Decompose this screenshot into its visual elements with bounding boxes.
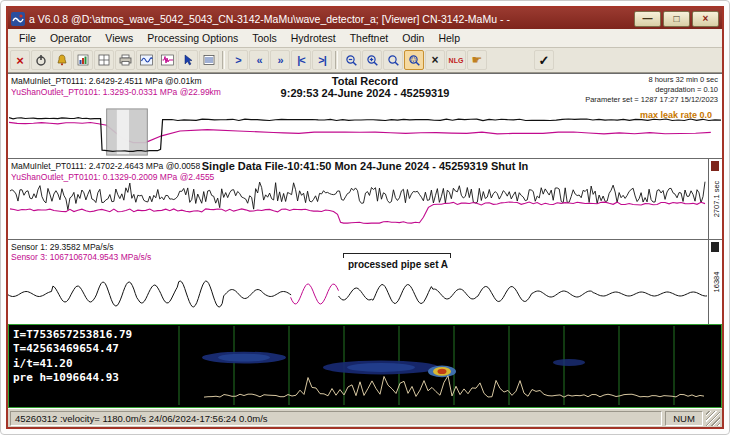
series-outlet-label: YuShanOutlet_PT0101: 0.1329-0.2009 MPa @… [11,172,214,182]
time-scale-label: 2707.1 sec [711,181,720,218]
toolbar: × [8,48,722,73]
bar-chart-icon [77,54,89,66]
pointer-tool-button[interactable] [178,50,198,70]
toolbar-separator [335,51,338,69]
record-duration: 8 hours 32 min 0 sec [585,75,718,85]
pipe-set-bracket [343,253,451,258]
record-info: 8 hours 32 min 0 sec degradation = 0.10 … [585,75,718,104]
power-button[interactable] [31,50,51,70]
pipe-set-annotation: processed pipe set A [308,259,488,270]
cursor-icon [183,54,194,66]
statusbar: 45260312 :velocity= 1180.0m/s 24/06/2024… [8,408,722,427]
close-button[interactable]: × [692,11,719,27]
fast-forward-icon: » [277,54,282,66]
series-inlet-label: MaMuInlet_PT0111: 2.6429-2.4511 MPa @0.0… [11,76,202,86]
clear-button[interactable]: × [10,50,30,70]
resize-grip[interactable] [706,411,720,426]
fit-extents-icon: × [431,53,438,67]
panel-total-record[interactable]: MaMuInlet_PT0111: 2.6429-2.4511 MPa @0.0… [8,73,722,158]
num-lock-indicator: NUM [665,411,703,426]
menu-views[interactable]: Views [98,30,140,46]
titlebar[interactable]: a V6.0.8 @D:\atmos_wave_5042_5043_CN-314… [8,8,722,29]
app-window: a V6.0.8 @D:\atmos_wave_5042_5043_CN-314… [6,6,724,429]
print-button[interactable] [115,50,135,70]
zoom-out-icon [345,54,358,67]
total-record-title: Total Record [281,75,450,87]
minimize-icon: — [643,13,653,24]
hand-tool-button[interactable]: ☛ [467,50,487,70]
panel-sensors[interactable]: Sensor 1: 29.3582 MPa/s/s Sensor 3: 1067… [8,239,722,324]
amplitude-scale-strip: 16384 [708,240,722,324]
maximize-button[interactable]: □ [663,11,690,27]
menu-theftnet[interactable]: Theftnet [343,30,396,46]
amplitude-scale-label: 16384 [711,272,720,293]
page: a V6.0.8 @D:\atmos_wave_5042_5043_CN-314… [0,0,730,435]
series-inlet-label: MaMuInlet_PT0111: 2.4702-2.4643 MPa @0.0… [11,161,200,171]
fit-extents-button[interactable]: × [425,50,445,70]
max-leak-rate: max leak rate 0.0 [640,110,712,120]
zoom-window-icon [408,54,421,67]
menu-help[interactable]: Help [431,30,467,46]
readout-line-2: T=42563469654.47 [13,342,132,356]
record-parameter-set: Parameter set = 1287 17:27 15/12/2023 [585,95,718,105]
table-view-button[interactable] [199,50,219,70]
minimize-button[interactable]: — [634,11,661,27]
sensor-wave-chart[interactable] [8,262,707,322]
spectrogram-readout: I=T753657253816.79 T=42563469654.47 i/t=… [13,328,132,385]
bell-icon [56,54,68,66]
rewind-icon: « [256,54,261,66]
go-start-icon: |< [297,54,305,66]
printer-icon [119,54,132,66]
strip-marker [711,242,719,252]
alarm-button[interactable] [52,50,72,70]
menu-tools[interactable]: Tools [245,30,284,46]
zoom-window-button[interactable] [404,50,424,70]
panel-spectrogram[interactable]: I=T753657253816.79 T=42563469654.47 i/t=… [8,324,722,408]
menu-processing-options[interactable]: Processing Options [140,30,245,46]
menubar: File Operator Views Processing Options T… [8,29,722,48]
strip-marker [711,161,719,171]
nlg-label: NLG [449,57,464,64]
record-degradation: degradation = 0.10 [585,85,718,95]
sensor1-label: Sensor 1: 29.3582 MPa/s/s [11,242,114,252]
total-record-header: Total Record 9:29:53 24-June 2024 - 4525… [281,75,450,99]
menu-hydrotest[interactable]: Hydrotest [284,30,343,46]
zoom-in-icon [366,54,379,67]
signal-view-button[interactable] [157,50,177,70]
bar-chart-button[interactable] [73,50,93,70]
step-forward-icon: > [235,54,240,66]
readout-line-3: i/t=41.20 [13,357,132,371]
window-controls: — □ × [634,11,719,27]
list-icon [203,54,215,66]
confirm-button[interactable]: ✓ [534,50,554,70]
wave-view-button[interactable] [136,50,156,70]
series-outlet-label: YuShanOutlet_PT0101: 1.3293-0.0331 MPa @… [11,87,221,97]
menu-file[interactable]: File [12,30,43,46]
go-end-button[interactable]: >| [312,50,332,70]
rewind-button[interactable]: « [249,50,269,70]
grid-icon [98,54,110,66]
maximize-icon: □ [673,13,679,24]
signal-icon [161,54,174,66]
step-forward-button[interactable]: > [228,50,248,70]
menu-odin[interactable]: Odin [395,30,431,46]
red-x-icon: × [16,53,24,68]
window-title: a V6.0.8 @D:\atmos_wave_5042_5043_CN-314… [29,13,630,25]
total-record-chart[interactable] [9,107,721,157]
status-message: 45260312 :velocity= 1180.0m/s 24/06/2024… [10,411,662,426]
power-icon [35,54,47,66]
fast-forward-button[interactable]: » [270,50,290,70]
zoom-out-button[interactable] [341,50,361,70]
grid-view-button[interactable] [94,50,114,70]
zoom-reset-icon [387,54,400,67]
readout-line-1: I=T753657253816.79 [13,328,132,342]
hand-icon: ☛ [472,53,483,67]
go-start-button[interactable]: |< [291,50,311,70]
zoom-in-button[interactable] [362,50,382,70]
panel-single-data-file[interactable]: MaMuInlet_PT0111: 2.4702-2.4643 MPa @0.0… [8,158,722,239]
nlg-button[interactable]: NLG [446,50,466,70]
zoom-reset-button[interactable] [383,50,403,70]
toolbar-separator [222,51,225,69]
go-end-icon: >| [318,54,326,66]
menu-operator[interactable]: Operator [43,30,98,46]
